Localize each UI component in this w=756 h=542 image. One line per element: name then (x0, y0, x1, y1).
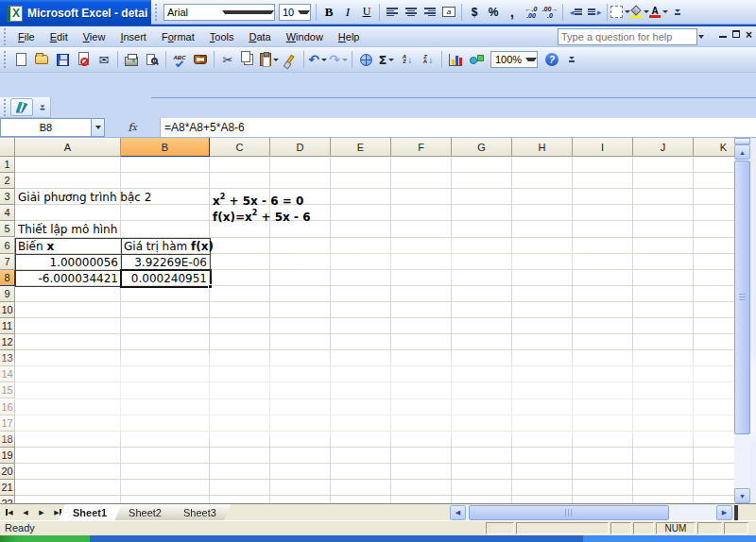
column-header-F[interactable]: F (391, 138, 452, 157)
formula-input[interactable]: =A8*A8+5*A8-6 (160, 118, 756, 137)
cell-B6[interactable]: Giá trị hàm f(x) (121, 239, 210, 255)
column-header-I[interactable]: I (573, 138, 633, 157)
help-question-box[interactable] (558, 28, 697, 45)
new-document-icon[interactable] (10, 50, 31, 69)
font-name-combo[interactable]: Arial (163, 4, 275, 21)
drawing-icon[interactable] (466, 50, 487, 69)
menu-edit[interactable]: Edit (43, 28, 76, 45)
bold-icon[interactable]: B (319, 3, 338, 22)
standard-toolbar-grip[interactable] (3, 51, 8, 68)
font-size-dropdown[interactable] (295, 10, 310, 14)
print-preview-icon[interactable] (142, 50, 163, 69)
font-color-icon[interactable]: A (649, 3, 668, 22)
zoom-dropdown[interactable] (522, 58, 537, 61)
vertical-scroll-thumb[interactable] (734, 161, 750, 434)
cell-C4[interactable]: f(x)=x2 + 5x - 6 (210, 206, 270, 222)
windows-taskbar[interactable] (0, 535, 756, 542)
menu-help[interactable]: Help (331, 28, 368, 45)
borders-icon[interactable] (610, 3, 630, 22)
row-header-21[interactable]: 21 (0, 480, 15, 496)
fill-color-icon[interactable] (630, 3, 649, 22)
next-sheet-button[interactable]: ▶ (34, 505, 49, 519)
vertical-split-handle[interactable] (734, 138, 750, 144)
row-header-3[interactable]: 3 (0, 189, 15, 205)
addin-toolbar-grip[interactable] (3, 99, 8, 116)
underline-icon[interactable]: U (357, 3, 376, 22)
print-icon[interactable] (121, 50, 142, 69)
research-icon[interactable] (190, 50, 211, 69)
row-header-9[interactable]: 9 (0, 286, 15, 302)
cut-icon[interactable]: ✂ (217, 50, 238, 69)
horizontal-scroll-thumb[interactable] (469, 505, 669, 520)
formatting-toolbar-grip[interactable] (154, 4, 159, 21)
scroll-right-button[interactable]: ▶ (716, 505, 732, 520)
standard-toolbar-options-icon[interactable] (566, 57, 577, 62)
row-header-19[interactable]: 19 (0, 448, 15, 464)
column-header-K[interactable]: K (694, 138, 734, 157)
column-header-G[interactable]: G (452, 138, 512, 157)
column-header-B[interactable]: B (121, 138, 210, 157)
increase-decimal-icon[interactable]: ←.0.00 (522, 3, 541, 22)
decrease-decimal-icon[interactable]: .00→.0 (541, 3, 559, 22)
spelling-icon[interactable]: ABC (169, 50, 190, 69)
select-all-corner[interactable] (0, 138, 15, 157)
row-header-22[interactable]: 22 (0, 496, 15, 503)
insert-hyperlink-icon[interactable] (355, 50, 376, 69)
previous-sheet-button[interactable]: ◀ (18, 505, 33, 519)
align-center-icon[interactable] (402, 3, 421, 22)
column-header-E[interactable]: E (331, 138, 391, 157)
row-header-15[interactable]: 15 (0, 382, 15, 398)
increase-indent-icon[interactable]: ▸ (585, 3, 604, 22)
workbook-restore-button[interactable] (732, 30, 740, 38)
align-left-icon[interactable] (383, 3, 402, 22)
formatting-toolbar-options-icon[interactable] (672, 9, 683, 15)
workbook-minimize-button[interactable] (719, 30, 727, 38)
italic-icon[interactable]: I (338, 3, 357, 22)
column-header-H[interactable]: H (512, 138, 573, 157)
scroll-down-button[interactable]: ▼ (734, 488, 750, 503)
menu-grip[interactable] (3, 28, 8, 45)
cell-A7[interactable]: 1.00000056 (15, 255, 121, 271)
format-painter-icon[interactable] (280, 50, 301, 69)
row-header-14[interactable]: 14 (0, 366, 15, 382)
sort-descending-icon[interactable]: ZA↓ (418, 50, 438, 69)
chart-wizard-icon[interactable] (445, 50, 466, 69)
row-header-7[interactable]: 7 (0, 254, 15, 270)
sheet-tab-sheet3[interactable]: Sheet3 (168, 504, 232, 520)
row-header-17[interactable]: 17 (0, 415, 15, 432)
row-header-8[interactable]: 8 (0, 270, 15, 286)
column-header-J[interactable]: J (633, 138, 694, 157)
help-question-dropdown[interactable] (698, 29, 704, 44)
row-header-1[interactable]: 1 (0, 157, 15, 173)
row-header-18[interactable]: 18 (0, 432, 15, 448)
menu-format[interactable]: Format (154, 28, 202, 45)
addin-toolbar-options-icon[interactable] (38, 105, 47, 110)
row-header-13[interactable]: 13 (0, 350, 15, 366)
column-header-A[interactable]: A (15, 138, 121, 157)
menu-window[interactable]: Window (279, 28, 331, 45)
scroll-up-button[interactable]: ▲ (734, 144, 750, 160)
row-header-11[interactable]: 11 (0, 318, 15, 334)
row-header-5[interactable]: 5 (0, 221, 15, 237)
vertical-scrollbar[interactable]: ▲ ▼ (734, 138, 750, 503)
cell-A6[interactable]: Biến x (15, 239, 121, 255)
scroll-left-button[interactable]: ◀ (450, 505, 466, 520)
row-header-2[interactable]: 2 (0, 173, 15, 189)
permission-icon[interactable] (73, 50, 94, 69)
redo-icon[interactable]: ↷ (328, 50, 349, 69)
tab-split-handle[interactable] (734, 505, 738, 520)
first-sheet-button[interactable]: ◀ (2, 505, 17, 519)
menu-insert[interactable]: Insert (112, 28, 154, 45)
align-right-icon[interactable] (421, 3, 439, 22)
column-header-D[interactable]: D (270, 138, 331, 157)
row-header-6[interactable]: 6 (0, 238, 15, 254)
decrease-indent-icon[interactable]: ◂ (566, 3, 585, 22)
sheet-tab-sheet2[interactable]: Sheet2 (113, 504, 177, 520)
menu-tools[interactable]: Tools (202, 28, 242, 45)
help-question-input[interactable] (558, 31, 698, 42)
insert-function-icon[interactable]: fx (105, 118, 160, 137)
menu-file[interactable]: File (10, 28, 43, 45)
autosum-icon[interactable]: Σ (376, 50, 397, 69)
copy-icon[interactable] (238, 50, 259, 69)
cell-A8[interactable]: -6.000034421 (15, 271, 121, 287)
